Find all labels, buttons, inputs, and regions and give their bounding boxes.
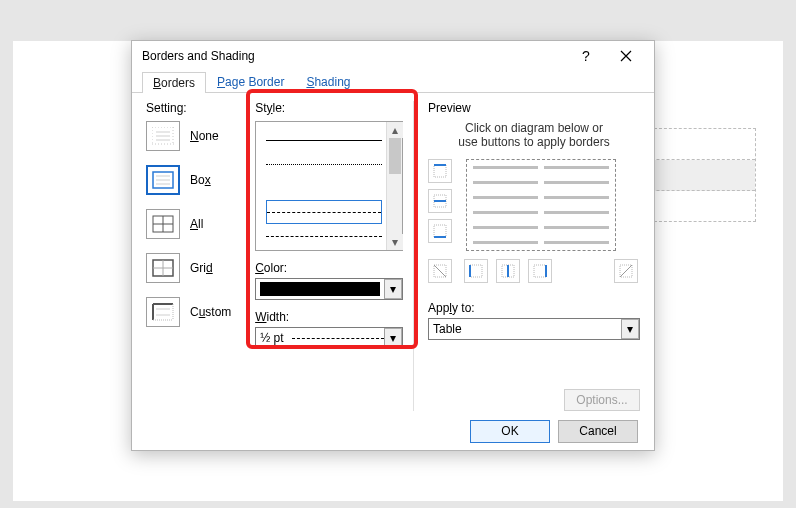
width-label: Width: <box>255 310 403 324</box>
svg-rect-23 <box>434 165 446 177</box>
border-diag-up-button[interactable] <box>614 259 638 283</box>
border-left-button[interactable] <box>464 259 488 283</box>
style-heading: Style: <box>255 101 403 115</box>
tab-borders[interactable]: Borders <box>142 72 206 93</box>
svg-rect-31 <box>470 265 482 277</box>
svg-line-38 <box>620 265 632 277</box>
border-top-button[interactable] <box>428 159 452 183</box>
preview-column: Preview Click on diagram below oruse but… <box>414 101 640 411</box>
border-bottom-button[interactable] <box>428 219 452 243</box>
preview-diagram[interactable] <box>466 159 616 251</box>
style-column: Style: ▴ ▾ Color: ▾ <box>255 101 414 411</box>
preview-heading: Preview <box>428 101 640 115</box>
help-button[interactable]: ? <box>566 42 606 70</box>
scroll-thumb[interactable] <box>389 138 401 174</box>
border-diag-down-button[interactable] <box>428 259 452 283</box>
setting-none-label: None <box>190 129 219 143</box>
dialog-title: Borders and Shading <box>142 49 566 63</box>
setting-heading: Setting: <box>146 101 255 115</box>
setting-grid[interactable]: Grid <box>146 253 255 283</box>
chevron-down-icon: ▾ <box>627 322 633 336</box>
color-label: Color: <box>255 261 403 275</box>
setting-grid-label: Grid <box>190 261 213 275</box>
style-long-dash[interactable] <box>266 224 382 248</box>
chevron-down-icon: ▾ <box>390 282 396 296</box>
color-combo-button[interactable]: ▾ <box>384 279 402 299</box>
setting-none-icon <box>146 121 180 151</box>
titlebar: Borders and Shading ? <box>132 41 654 71</box>
apply-to-combo[interactable]: Table ▾ <box>428 318 640 340</box>
options-button: Options... <box>564 389 640 411</box>
border-v-middle-button[interactable] <box>496 259 520 283</box>
setting-custom-icon <box>146 297 180 327</box>
border-h-middle-button[interactable] <box>428 189 452 213</box>
style-scrollbar[interactable]: ▴ ▾ <box>386 122 402 250</box>
cancel-button[interactable]: Cancel <box>558 420 638 443</box>
color-swatch <box>260 282 380 296</box>
color-combo[interactable]: ▾ <box>255 278 403 300</box>
setting-custom[interactable]: Custom <box>146 297 255 327</box>
setting-box[interactable]: Box <box>146 165 255 195</box>
close-button[interactable] <box>606 42 646 70</box>
setting-column: Setting: None Box All <box>146 101 255 411</box>
setting-grid-icon <box>146 253 180 283</box>
setting-all-icon <box>146 209 180 239</box>
style-spacer <box>266 176 382 200</box>
setting-box-icon <box>146 165 180 195</box>
ok-button[interactable]: OK <box>470 420 550 443</box>
style-dotted[interactable] <box>266 152 382 176</box>
preview-area <box>428 159 640 289</box>
setting-all-label: All <box>190 217 203 231</box>
svg-rect-27 <box>434 225 446 237</box>
svg-rect-35 <box>534 265 546 277</box>
style-dashed[interactable] <box>266 200 382 224</box>
width-combo[interactable]: ½ pt ▾ <box>255 327 403 349</box>
dialog-footer: OK Cancel <box>132 411 654 451</box>
svg-line-30 <box>434 265 446 277</box>
style-solid[interactable] <box>266 128 382 152</box>
border-right-button[interactable] <box>528 259 552 283</box>
width-combo-button[interactable]: ▾ <box>384 328 402 348</box>
dialog-body: Setting: None Box All <box>132 93 654 411</box>
apply-to-label: Apply to: <box>428 301 640 315</box>
apply-to-combo-button[interactable]: ▾ <box>621 319 639 339</box>
borders-shading-dialog: Borders and Shading ? Borders Page Borde… <box>131 40 655 451</box>
setting-box-label: Box <box>190 173 211 187</box>
setting-custom-label: Custom <box>190 305 231 319</box>
setting-none[interactable]: None <box>146 121 255 151</box>
width-sample-line <box>292 338 384 339</box>
tabstrip: Borders Page Border Shading <box>132 71 654 93</box>
apply-to-value: Table <box>433 322 462 336</box>
scroll-up-icon[interactable]: ▴ <box>387 122 403 138</box>
scroll-down-icon[interactable]: ▾ <box>387 234 403 250</box>
tab-page-border[interactable]: Page Border <box>206 71 295 92</box>
setting-all[interactable]: All <box>146 209 255 239</box>
style-listbox[interactable]: ▴ ▾ <box>255 121 403 251</box>
width-value: ½ pt <box>260 331 283 345</box>
tab-shading[interactable]: Shading <box>295 71 361 92</box>
chevron-down-icon: ▾ <box>390 331 396 345</box>
preview-hint: Click on diagram below oruse buttons to … <box>428 121 640 149</box>
